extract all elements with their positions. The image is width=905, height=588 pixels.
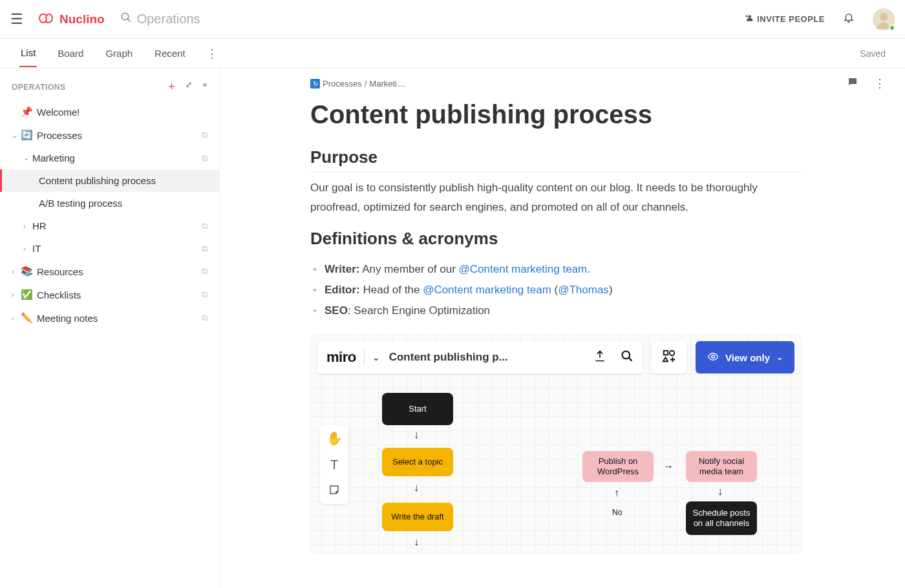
- upload-icon[interactable]: [593, 350, 606, 366]
- miro-dropdown-icon[interactable]: ⌄: [372, 352, 380, 362]
- miro-toolbar: ✋ T: [320, 425, 348, 504]
- eye-icon: [707, 351, 719, 364]
- pin-icon: 📌: [21, 106, 33, 118]
- cycle-icon: 🔄: [21, 129, 33, 141]
- flow-node-write-draft[interactable]: Write the draft: [382, 503, 453, 531]
- section-heading-definitions[interactable]: Definitions & acronyms: [310, 229, 802, 253]
- arrow-icon: ↓: [414, 429, 419, 441]
- content-area: ⋮ ↻ Processes / Marketi… Content publish…: [220, 68, 905, 588]
- cycle-icon: ↻: [310, 79, 320, 89]
- sidebar-section-label: OPERATIONS: [12, 83, 65, 92]
- add-page-icon[interactable]: +: [168, 80, 175, 94]
- brain-icon: [39, 13, 56, 26]
- flow-node-publish-wordpress[interactable]: Publish on WordPress: [582, 451, 654, 482]
- view-tab-list[interactable]: List: [19, 39, 37, 67]
- miro-embed[interactable]: miro ⌄ Content publishing p...: [310, 334, 802, 554]
- svg-point-7: [670, 351, 674, 355]
- svg-point-8: [712, 355, 715, 359]
- flow-node-notify-social[interactable]: Notify social media team: [686, 451, 757, 482]
- breadcrumb-part: Marketi…: [369, 79, 405, 89]
- miro-view-only-button[interactable]: View only ⌄: [696, 341, 794, 373]
- presence-indicator: [889, 25, 895, 31]
- sidebar-item-welcome[interactable]: 📌 Welcome!: [0, 100, 219, 123]
- miro-logo[interactable]: miro: [326, 349, 356, 366]
- sidebar-item-label: Marketing: [32, 152, 75, 163]
- mention-link[interactable]: @Content marketing team: [423, 284, 551, 296]
- svg-point-0: [122, 13, 129, 20]
- sidebar-item-meeting-notes[interactable]: › ✏️ Meeting notes ⧉: [0, 306, 219, 330]
- svg-line-5: [629, 357, 632, 361]
- definitions-list: Writer: Any member of our @Content marke…: [310, 259, 802, 322]
- mention-link[interactable]: @Thomas: [558, 284, 609, 296]
- chevron-down-icon: ⌄: [12, 131, 18, 140]
- svg-line-1: [127, 19, 131, 22]
- view-more-icon[interactable]: ⋮: [206, 47, 218, 61]
- copy-icon[interactable]: ⧉: [202, 313, 208, 323]
- sidebar-section-header: OPERATIONS + ⤢ «: [0, 76, 219, 100]
- arrow-icon: ↓: [414, 536, 419, 548]
- sidebar-item-label: Meeting notes: [37, 313, 98, 324]
- text-tool-icon[interactable]: T: [330, 457, 338, 472]
- copy-icon[interactable]: ⧉: [202, 153, 208, 163]
- sidebar-item-ab-testing[interactable]: A/B testing process: [0, 192, 219, 215]
- page-more-icon[interactable]: ⋮: [874, 76, 886, 91]
- page-title[interactable]: Content publishing process: [310, 100, 802, 129]
- breadcrumb[interactable]: ↻ Processes / Marketi…: [310, 79, 802, 89]
- search-field[interactable]: Operations: [120, 12, 200, 26]
- section-heading-purpose[interactable]: Purpose: [310, 147, 802, 172]
- search-icon: [120, 12, 132, 26]
- miro-shapes-button[interactable]: [652, 341, 687, 373]
- sidebar-item-hr[interactable]: › HR ⧉: [0, 215, 219, 237]
- expand-icon[interactable]: ⤢: [186, 80, 193, 94]
- check-icon: ✅: [21, 289, 33, 300]
- definition-item[interactable]: Editor: Head of the @Content marketing t…: [310, 280, 802, 300]
- copy-icon[interactable]: ⧉: [202, 289, 208, 300]
- view-tab-graph[interactable]: Graph: [104, 40, 134, 67]
- copy-icon[interactable]: ⧉: [202, 266, 208, 277]
- copy-icon[interactable]: ⧉: [202, 244, 208, 254]
- comments-icon[interactable]: [847, 76, 858, 91]
- sidebar-item-processes[interactable]: ⌄ 🔄 Processes ⧉: [0, 123, 219, 147]
- mention-link[interactable]: @Content marketing team: [459, 263, 588, 275]
- brand-logo[interactable]: Nuclino: [39, 12, 105, 26]
- svg-rect-6: [664, 351, 668, 355]
- saved-status: Saved: [860, 48, 886, 59]
- copy-icon[interactable]: ⧉: [202, 221, 208, 231]
- add-user-icon: [744, 14, 753, 25]
- sidebar-item-marketing[interactable]: ⌄ Marketing ⧉: [0, 147, 219, 169]
- sidebar-item-label: Welcome!: [37, 107, 80, 118]
- sidebar-item-resources[interactable]: › 📚 Resources ⧉: [0, 260, 219, 283]
- notifications-icon[interactable]: [843, 12, 855, 26]
- sidebar-item-label: Resources: [37, 266, 83, 277]
- top-bar: ☰ Nuclino Operations INVITE PEOPLE: [0, 0, 905, 39]
- arrow-icon: →: [663, 461, 674, 472]
- copy-icon[interactable]: ⧉: [202, 130, 208, 140]
- search-icon[interactable]: [621, 350, 634, 366]
- invite-people-button[interactable]: INVITE PEOPLE: [744, 14, 825, 25]
- user-avatar[interactable]: [873, 8, 895, 30]
- view-tab-recent[interactable]: Recent: [153, 40, 187, 67]
- definition-item[interactable]: SEO: Search Engine Optimization: [310, 300, 802, 321]
- collapse-sidebar-icon[interactable]: «: [203, 80, 208, 94]
- flow-node-select-topic[interactable]: Select a topic: [382, 448, 453, 476]
- shapes-icon: [662, 349, 676, 366]
- arrow-icon: ↓: [718, 486, 723, 498]
- chevron-down-icon: ⌄: [23, 154, 30, 162]
- miro-board-title[interactable]: Content publishing p...: [389, 351, 508, 364]
- sidebar-item-label: HR: [32, 220, 47, 231]
- sidebar-item-checklists[interactable]: › ✅ Checklists ⧉: [0, 283, 219, 306]
- sidebar-item-content-publishing[interactable]: Content publishing process: [0, 169, 219, 192]
- flow-node-schedule-posts[interactable]: Schedule posts on all channels: [686, 501, 757, 535]
- flow-node-start[interactable]: Start: [382, 393, 453, 425]
- chevron-right-icon: ›: [12, 314, 18, 322]
- sticky-note-tool-icon[interactable]: [328, 484, 340, 499]
- search-placeholder: Operations: [137, 12, 200, 26]
- sidebar-item-label: A/B testing process: [39, 198, 122, 209]
- menu-icon[interactable]: ☰: [10, 11, 23, 28]
- definition-item[interactable]: Writer: Any member of our @Content marke…: [310, 259, 802, 280]
- hand-tool-icon[interactable]: ✋: [326, 430, 343, 446]
- view-tab-board[interactable]: Board: [56, 40, 85, 67]
- sidebar-item-it[interactable]: › IT ⧉: [0, 237, 219, 260]
- chevron-down-icon: ⌄: [776, 353, 783, 362]
- purpose-paragraph[interactable]: Our goal is to consistently publish high…: [310, 178, 802, 217]
